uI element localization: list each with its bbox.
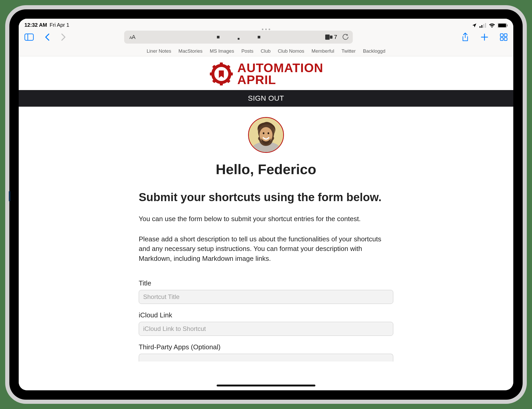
svg-rect-3: [485, 23, 486, 28]
back-icon[interactable]: [45, 33, 50, 41]
favorite-item[interactable]: Club: [261, 48, 270, 54]
favorite-item[interactable]: MS Images: [210, 48, 234, 54]
favorite-item[interactable]: Club Nomos: [278, 48, 304, 54]
cellular-icon: [480, 23, 486, 28]
reader-badge[interactable]: 7: [325, 34, 337, 40]
status-date: Fri Apr 1: [50, 22, 69, 28]
reload-icon[interactable]: [342, 34, 349, 40]
forward-icon: [61, 33, 66, 41]
svg-rect-2: [483, 24, 484, 28]
avatar: [248, 117, 284, 153]
favorites-bar: Liner Notes MacStories MS Images Posts C…: [19, 46, 513, 56]
multitasking-dots[interactable]: [262, 29, 270, 30]
third-party-label: Third-Party Apps (Optional): [139, 343, 393, 351]
site-logo[interactable]: AUTOMATION APRIL: [19, 56, 513, 90]
logo-line2: APRIL: [237, 74, 323, 86]
svg-point-29: [260, 127, 272, 143]
location-icon: [472, 23, 477, 28]
svg-rect-19: [220, 82, 223, 85]
favorite-item[interactable]: Memberful: [311, 48, 334, 54]
svg-rect-0: [480, 26, 481, 28]
svg-rect-18: [220, 63, 223, 66]
svg-rect-7: [25, 34, 34, 40]
status-time: 12:32 AM: [24, 22, 47, 28]
logo-text: AUTOMATION APRIL: [237, 62, 323, 86]
browser-chrome: AA 7: [19, 28, 513, 56]
address-bar[interactable]: AA 7: [124, 31, 353, 44]
icloud-placeholder: iCloud Link to Shortcut: [143, 325, 206, 332]
svg-rect-13: [500, 34, 503, 37]
favorite-item[interactable]: Liner Notes: [147, 48, 171, 54]
home-indicator[interactable]: [217, 385, 315, 386]
svg-rect-5: [498, 24, 506, 27]
svg-rect-1: [481, 25, 482, 28]
favorite-item[interactable]: Backloggd: [363, 48, 385, 54]
logo-line1: AUTOMATION: [237, 62, 323, 74]
share-icon[interactable]: [461, 32, 469, 42]
battery-icon: [498, 23, 508, 28]
gear-bookmark-icon: [209, 62, 234, 86]
svg-rect-20: [210, 72, 213, 76]
sign-out-button[interactable]: SIGN OUT: [19, 90, 513, 107]
icloud-input[interactable]: iCloud Link to Shortcut: [139, 322, 393, 336]
svg-point-30: [263, 132, 264, 134]
webpage: AUTOMATION APRIL SIGN OUT: [19, 56, 513, 390]
svg-rect-15: [500, 38, 503, 40]
title-label: Title: [139, 279, 393, 287]
screen: 12:32 AM Fri Apr 1: [19, 19, 513, 390]
svg-rect-10: [330, 36, 332, 39]
ipad-frame: 12:32 AM Fri Apr 1: [5, 5, 527, 404]
favorite-item[interactable]: MacStories: [178, 48, 203, 54]
svg-rect-9: [325, 35, 330, 40]
wifi-icon: [489, 23, 495, 28]
intro-paragraph-1: You can use the form below to submit you…: [139, 214, 393, 224]
main-content: Hello, Federico Submit your shortcuts us…: [139, 117, 393, 362]
title-placeholder: Shortcut Title: [143, 293, 179, 301]
status-bar: 12:32 AM Fri Apr 1: [19, 19, 513, 28]
icloud-label: iCloud Link: [139, 311, 393, 319]
svg-rect-6: [507, 24, 508, 26]
reader-count: 7: [334, 34, 337, 40]
svg-rect-16: [504, 38, 507, 40]
sub-heading: Submit your shortcuts using the form bel…: [139, 191, 393, 204]
text-size-icon[interactable]: AA: [129, 34, 135, 40]
third-party-input[interactable]: [139, 354, 393, 362]
address-bar-content: [217, 36, 260, 38]
svg-rect-21: [229, 72, 232, 76]
ipad-bezel: 12:32 AM Fri Apr 1: [9, 9, 523, 400]
intro-paragraph-2: Please add a short description to tell u…: [139, 234, 393, 264]
favorite-item[interactable]: Posts: [241, 48, 253, 54]
tabs-icon[interactable]: [500, 33, 508, 41]
title-input[interactable]: Shortcut Title: [139, 290, 393, 304]
svg-point-31: [268, 132, 269, 134]
sidebar-icon[interactable]: [24, 33, 34, 41]
new-tab-icon[interactable]: [481, 33, 488, 41]
favorite-item[interactable]: Twitter: [342, 48, 356, 54]
svg-rect-14: [504, 34, 507, 37]
greeting-heading: Hello, Federico: [139, 161, 393, 177]
side-button-indicator: [9, 191, 10, 201]
